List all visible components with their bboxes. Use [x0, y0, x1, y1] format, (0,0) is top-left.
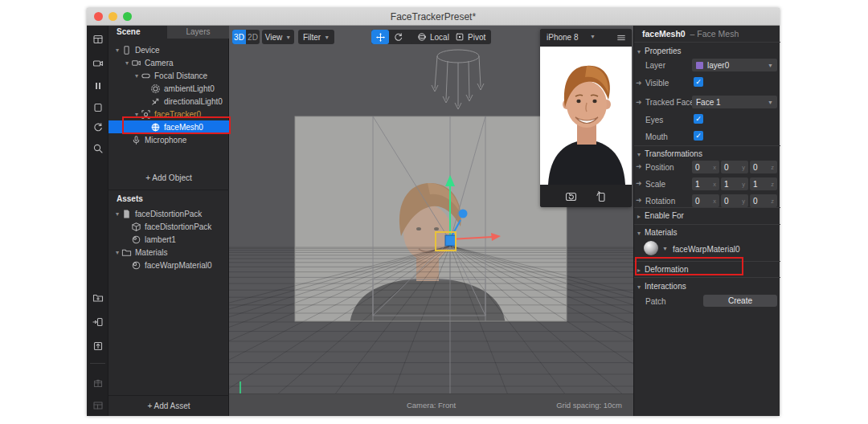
- axis-letter: y: [742, 198, 745, 205]
- eyes-label: Eyes: [645, 116, 663, 124]
- position-z-field[interactable]: 0z: [750, 161, 777, 173]
- scene-item-Microphone[interactable]: Microphone: [108, 133, 229, 146]
- patch-arrow-icon[interactable]: ➜: [636, 98, 642, 106]
- scene-item-directionalLight0[interactable]: directionalLight0: [108, 95, 229, 108]
- section-properties[interactable]: ▾Properties: [637, 47, 682, 55]
- patch-arrow-icon[interactable]: ➜: [636, 196, 642, 204]
- scene-item-ambientLight0[interactable]: ambientLight0: [108, 82, 229, 95]
- patch-arrow-icon[interactable]: ➜: [636, 179, 642, 187]
- axis-letter: y: [742, 164, 745, 171]
- material-thumbnail[interactable]: [644, 241, 658, 255]
- filter-menu-button[interactable]: Filter▼: [298, 30, 334, 44]
- simulator-panel: iPhone 8 ▼: [540, 29, 632, 207]
- asset-item-faceDistortionPack[interactable]: faceDistortionPack: [108, 220, 229, 233]
- mode-2d-button[interactable]: 2D: [246, 30, 260, 44]
- left-toolbar: [87, 26, 108, 416]
- tab-layers[interactable]: Layers: [167, 26, 229, 39]
- app-window: FaceTrackerPreset* Scene Layers ▾Device▾…: [87, 8, 780, 416]
- expander-icon[interactable]: ▾: [133, 72, 141, 80]
- camera-icon: [131, 58, 141, 68]
- asset-item-Materials[interactable]: ▾Materials: [108, 246, 229, 259]
- rotate-tool-button[interactable]: [389, 30, 407, 44]
- sphere-light-icon: [131, 260, 141, 271]
- add-asset-button[interactable]: + Add Asset: [108, 402, 229, 410]
- pause-icon[interactable]: [92, 80, 104, 92]
- section-transformations[interactable]: ▾Transformations: [637, 149, 702, 158]
- add-folder-icon[interactable]: [92, 292, 104, 304]
- scene-item-Camera[interactable]: ▾Camera: [108, 56, 229, 69]
- scale-x-field[interactable]: 1x: [692, 177, 719, 190]
- item-label: Focal Distance: [154, 71, 207, 80]
- local-space-button[interactable]: Local: [411, 30, 455, 44]
- field-value: 0: [753, 197, 758, 206]
- send-to-device-icon[interactable]: [92, 316, 104, 328]
- hamburger-menu-icon[interactable]: [616, 33, 626, 43]
- collapse-arrow-icon: ▾: [637, 151, 641, 158]
- camera-flip-icon[interactable]: [565, 190, 577, 202]
- move-tool-button[interactable]: [371, 30, 389, 44]
- layer-dropdown[interactable]: layer0 ▼: [692, 59, 777, 71]
- restart-icon[interactable]: [92, 122, 104, 133]
- chevron-down-icon: ▼: [285, 35, 291, 40]
- video-icon[interactable]: [92, 58, 104, 69]
- transform-label: Position: [645, 163, 674, 172]
- view-menu-button[interactable]: View▼: [262, 30, 294, 44]
- panes-icon[interactable]: [92, 34, 104, 45]
- tab-scene[interactable]: Scene: [117, 27, 140, 36]
- scene-item-Focal Distance[interactable]: ▾Focal Distance: [108, 69, 229, 82]
- axis-letter: x: [713, 198, 716, 205]
- patch-arrow-icon[interactable]: ➜: [636, 162, 642, 170]
- scene-item-Device[interactable]: ▾Device: [108, 43, 229, 56]
- scale-y-field[interactable]: 1y: [721, 177, 748, 190]
- field-value: 0: [724, 163, 729, 172]
- position-x-field[interactable]: 0x: [692, 161, 719, 173]
- position-y-field[interactable]: 0y: [721, 161, 748, 173]
- section-enable-for[interactable]: ▸Enable For: [637, 211, 684, 220]
- rotation-x-field[interactable]: 0x: [692, 194, 719, 207]
- expander-icon[interactable]: ▾: [113, 210, 121, 218]
- expander-icon[interactable]: ▾: [113, 47, 121, 54]
- collapse-arrow-icon: ▾: [637, 283, 641, 291]
- section-interactions[interactable]: ▾Interactions: [637, 282, 686, 291]
- asset-item-faceDistortionPack[interactable]: ▾faceDistortionPack: [108, 207, 229, 220]
- axis-letter: z: [771, 198, 774, 205]
- search-icon[interactable]: [92, 143, 104, 154]
- annotation-box-deformation: [635, 257, 743, 275]
- transform-label: Rotation: [645, 197, 675, 206]
- asset-item-faceWarpMaterial0[interactable]: faceWarpMaterial0: [108, 259, 229, 271]
- scale-z-field[interactable]: 1z: [750, 177, 777, 190]
- local-space-icon: [417, 32, 427, 42]
- axis-letter: y: [742, 181, 745, 188]
- directional-light-gizmo: [432, 50, 484, 109]
- mode-3d-button[interactable]: 3D: [232, 30, 246, 44]
- visible-label: Visible: [645, 79, 669, 88]
- field-value: 0: [695, 163, 700, 172]
- expander-icon[interactable]: ▾: [113, 249, 121, 256]
- file-icon: [121, 209, 132, 219]
- field-value: 1: [753, 180, 758, 189]
- scene-panel: Scene Layers ▾Device▾Camera▾Focal Distan…: [108, 26, 229, 416]
- section-materials[interactable]: ▾Materials: [637, 228, 678, 237]
- asset-item-lambert1[interactable]: lambert1: [108, 233, 229, 246]
- visible-checkbox[interactable]: ✓: [694, 77, 703, 87]
- expander-icon[interactable]: ▾: [123, 59, 131, 67]
- simulator-device-select[interactable]: iPhone 8: [547, 33, 578, 42]
- rotation-y-field[interactable]: 0y: [721, 194, 748, 207]
- frame-icon[interactable]: [92, 102, 104, 113]
- tracked-face-dropdown[interactable]: Face 1 ▼: [692, 96, 777, 108]
- add-object-button[interactable]: + Add Object: [108, 173, 229, 182]
- pivot-button[interactable]: Pivot: [449, 30, 491, 44]
- item-label: Materials: [135, 248, 168, 257]
- item-label: Device: [135, 46, 160, 55]
- viewport-3d[interactable]: 3D 2D View▼ Filter▼ Local Pivot: [229, 26, 633, 416]
- upload-icon[interactable]: [92, 340, 104, 352]
- rotate-device-icon[interactable]: [595, 190, 607, 202]
- chevron-down-icon[interactable]: ▼: [662, 246, 668, 251]
- patch-arrow-icon[interactable]: ➜: [636, 79, 642, 87]
- create-patch-button[interactable]: Create: [703, 295, 777, 307]
- eyes-checkbox[interactable]: ✓: [694, 114, 703, 124]
- assets-tree: ▾faceDistortionPackfaceDistortionPacklam…: [108, 207, 229, 271]
- rotation-z-field[interactable]: 0z: [750, 194, 777, 207]
- material-name[interactable]: faceWarpMaterial0: [673, 245, 740, 254]
- mouth-checkbox[interactable]: ✓: [694, 131, 703, 141]
